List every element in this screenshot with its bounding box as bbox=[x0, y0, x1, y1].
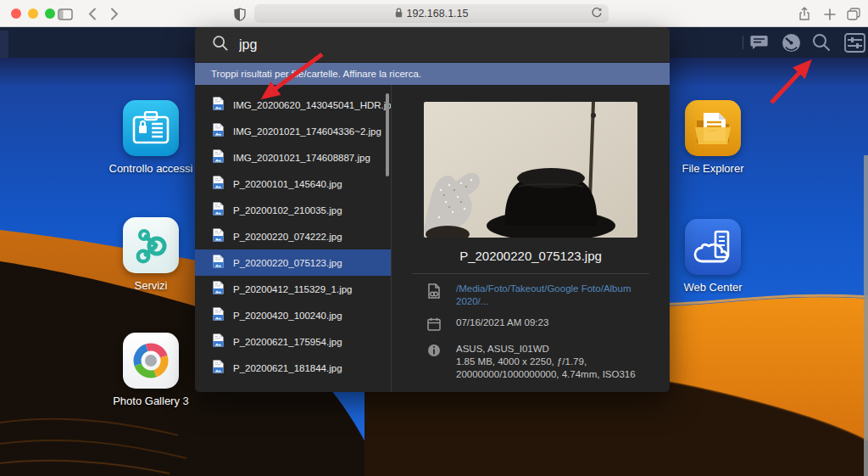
jpg-file-icon bbox=[212, 281, 225, 298]
back-icon[interactable] bbox=[85, 7, 100, 21]
jpg-file-icon bbox=[212, 149, 225, 166]
app-file-explorer[interactable]: File Explorer bbox=[664, 100, 762, 175]
search-result-row[interactable]: P_20200621_175954.jpg bbox=[195, 328, 391, 355]
jpg-file-icon bbox=[212, 176, 225, 193]
messages-icon[interactable] bbox=[748, 27, 770, 58]
sidebar-icon[interactable] bbox=[58, 7, 73, 21]
web-center-icon bbox=[685, 219, 741, 275]
search-results-list: IMG_20200620_143045041_HDR.jpg IMG_20201… bbox=[195, 85, 392, 392]
search-result-row[interactable]: P_20200621_181844.jpg bbox=[195, 355, 391, 381]
search-result-filename: P_20200621_175954.jpg bbox=[233, 337, 342, 347]
access-control-icon bbox=[123, 100, 179, 156]
search-notice-bar: Troppi risultati per file/cartelle. Affi… bbox=[195, 63, 670, 85]
tabs-icon[interactable] bbox=[846, 7, 861, 21]
search-panel-body: IMG_20200620_143045041_HDR.jpg IMG_20201… bbox=[195, 85, 670, 392]
search-result-filename: P_20200220_075123.jpg bbox=[233, 258, 342, 268]
search-result-filename: IMG_20201021_174604336~2.jpg bbox=[233, 126, 381, 137]
app-label: Controllo accessi bbox=[102, 162, 200, 175]
search-input-icon bbox=[212, 35, 229, 55]
url-bar[interactable]: 192.168.1.15 bbox=[254, 4, 609, 23]
jpg-file-icon bbox=[212, 97, 225, 114]
search-icon[interactable] bbox=[810, 27, 833, 58]
services-icon bbox=[123, 217, 179, 273]
search-result-row[interactable]: IMG_20201021_174604336~2.jpg bbox=[195, 118, 391, 144]
search-result-row[interactable]: P_20200102_210035.jpg bbox=[195, 197, 391, 223]
app-photo-gallery[interactable]: Photo Gallery 3 bbox=[102, 333, 200, 407]
search-result-row[interactable]: P_20200220_075123.jpg bbox=[195, 249, 391, 276]
jpg-file-icon bbox=[212, 360, 225, 377]
jpg-file-icon bbox=[212, 123, 225, 140]
preview-divider bbox=[412, 273, 649, 274]
forward-icon[interactable] bbox=[107, 7, 122, 21]
jpg-file-icon bbox=[212, 202, 225, 219]
preview-date: 07/16/2021 AM 09:23 bbox=[456, 316, 548, 329]
preview-exif-info: ASUS, ASUS_I01WD 1.85 MB, 4000 x 2250, ƒ… bbox=[456, 343, 636, 381]
file-location-icon bbox=[427, 283, 444, 302]
app-label: Servizi bbox=[102, 279, 200, 292]
screen-edge-strip bbox=[864, 155, 868, 476]
photo-thumbnail bbox=[424, 102, 637, 238]
minimize-window-button[interactable] bbox=[28, 8, 38, 19]
screen: 192.168.1.15 admin bbox=[0, 0, 868, 476]
search-notice-text: Troppi risultati per file/cartelle. Affi… bbox=[211, 69, 421, 79]
app-label: Web Center bbox=[664, 281, 762, 294]
search-result-row[interactable]: IMG_20200620_143045041_HDR.jpg bbox=[195, 92, 391, 118]
search-result-filename: IMG_20201021_174608887.jpg bbox=[233, 153, 370, 163]
calendar-icon bbox=[427, 316, 444, 334]
share-icon[interactable] bbox=[797, 7, 812, 21]
preview-file-path-link[interactable]: /Media/Foto/Takeout/Google Foto/Album 20… bbox=[456, 283, 658, 308]
file-explorer-icon bbox=[685, 100, 741, 156]
refresh-icon[interactable] bbox=[591, 7, 603, 22]
app-label: Photo Gallery 3 bbox=[102, 395, 200, 407]
search-result-row[interactable]: IMG_20201021_174608887.jpg bbox=[195, 144, 391, 171]
search-result-row[interactable]: P_20200220_074222.jpg bbox=[195, 223, 391, 249]
new-tab-icon[interactable] bbox=[822, 7, 837, 21]
url-text: 192.168.1.15 bbox=[407, 8, 469, 20]
info-icon bbox=[427, 343, 444, 361]
dashboard-icon[interactable] bbox=[780, 27, 802, 58]
search-result-filename: P_20200420_100240.jpg bbox=[233, 311, 342, 321]
search-result-filename: P_20200102_210035.jpg bbox=[233, 205, 342, 216]
app-servizi[interactable]: Servizi bbox=[102, 217, 200, 292]
app-controllo-accessi[interactable]: Controllo accessi bbox=[102, 100, 200, 175]
topbar-divider-2 bbox=[743, 36, 743, 49]
jpg-file-icon bbox=[212, 255, 225, 272]
privacy-shield-icon[interactable] bbox=[232, 7, 248, 21]
lock-icon bbox=[395, 8, 403, 20]
photo-gallery-icon bbox=[123, 333, 179, 389]
search-result-filename: IMG_20200620_143045041_HDR.jpg bbox=[233, 100, 392, 110]
search-result-row[interactable]: P_20200420_100240.jpg bbox=[195, 302, 391, 328]
app-label: File Explorer bbox=[664, 162, 762, 175]
search-input[interactable] bbox=[239, 37, 612, 53]
search-result-filename: P_20200412_115329_1.jpg bbox=[233, 284, 352, 294]
search-result-filename: P_20200621_181844.jpg bbox=[233, 363, 342, 373]
browser-toolbar: 192.168.1.15 bbox=[0, 0, 868, 27]
topbar-edge-accent bbox=[0, 31, 8, 58]
search-panel-header bbox=[195, 27, 670, 63]
list-scrollbar[interactable] bbox=[386, 93, 389, 176]
search-result-filename: P_20200101_145640.jpg bbox=[233, 179, 342, 189]
search-result-row[interactable]: P_20200412_115329_1.jpg bbox=[195, 276, 391, 302]
file-preview-pane: P_20200220_075123.jpg /Media/Foto/Takeou… bbox=[392, 85, 670, 392]
app-web-center[interactable]: Web Center bbox=[664, 219, 762, 294]
jpg-file-icon bbox=[212, 228, 225, 245]
jpg-file-icon bbox=[212, 307, 225, 324]
search-result-filename: P_20200220_074222.jpg bbox=[233, 232, 342, 242]
close-window-button[interactable] bbox=[11, 8, 21, 19]
preview-filename: P_20200220_075123.jpg bbox=[392, 249, 670, 263]
jpg-file-icon bbox=[212, 333, 225, 350]
search-panel: Troppi risultati per file/cartelle. Affi… bbox=[195, 27, 670, 392]
search-result-row[interactable]: P_20200101_145640.jpg bbox=[195, 171, 391, 197]
zoom-window-button[interactable] bbox=[45, 8, 55, 19]
settings-sliders-icon[interactable] bbox=[843, 27, 866, 58]
